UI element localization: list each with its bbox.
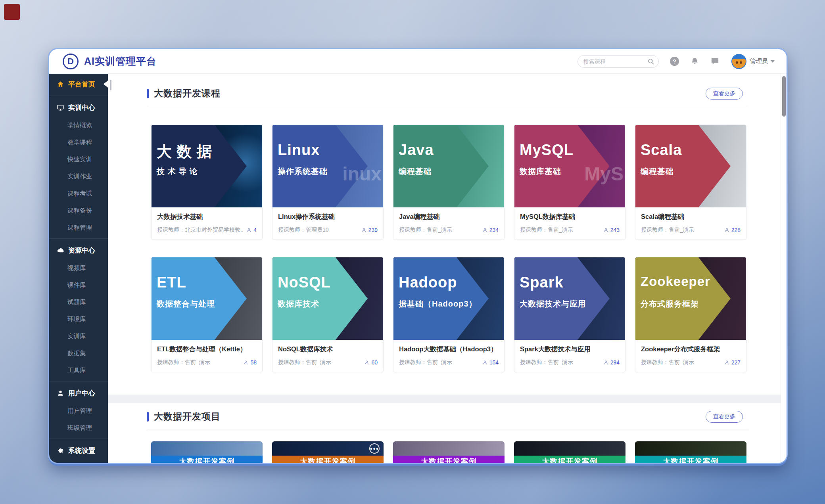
course-title: NoSQL数据库技术 [278,345,378,354]
course-card[interactable]: 大 数 据 技 术 导 论 大数据技术基础 授课教师：北京市对外贸易学校教... [151,125,263,240]
sidebar-group-training-center[interactable]: 实训中心 [49,98,108,117]
help-icon[interactable]: ? [670,57,679,66]
person-icon [364,360,370,366]
sidebar-item[interactable]: 课程考试 [49,185,108,202]
sidebar-group-user-center[interactable]: 用户中心 [49,383,108,402]
course-card[interactable]: Spark 大数据技术与应用 Spark大数据技术与应用 授课教师：售前_演示 [514,257,625,372]
course-overlay-title: ETL [157,274,186,291]
avatar[interactable] [731,54,746,69]
gear-icon [57,447,64,454]
sidebar-item-label: 平台首页 [68,80,95,89]
course-student-count: 239 [361,227,378,233]
user-name[interactable]: 管理员 [750,57,768,65]
project-card[interactable]: ●●● 大数据开发案例 [272,441,384,463]
sidebar-item[interactable]: 实训库 [49,328,108,345]
sidebar-group-label: 实训中心 [68,103,95,112]
student-count: 228 [731,227,741,233]
sidebar-item-home[interactable]: 平台首页 [49,75,108,94]
course-card[interactable]: Java 编程基础 Java编程基础 授课教师：售前_演示 [393,125,505,240]
monitor-icon [57,104,64,111]
sidebar-scrollbar-thumb[interactable] [110,80,111,90]
course-grid: 大 数 据 技 术 导 论 大数据技术基础 授课教师：北京市对外贸易学校教... [151,125,787,372]
student-count: 234 [489,227,499,233]
person-icon [724,227,730,233]
search-input[interactable] [578,55,659,68]
student-count: 227 [731,359,741,366]
sidebar-item[interactable]: 快速实训 [49,151,108,168]
project-card-image: 大数据开发案例 [514,441,625,463]
course-overlay-subtitle: 技 术 导 论 [157,166,198,177]
scrollbar-thumb[interactable] [782,76,786,117]
course-card-image: NoSQL 数据库技术 [272,257,383,340]
course-card[interactable]: Zookeeper 分布式服务框架 Zookeeper分布式服务框架 授课教师：… [635,257,746,372]
course-card-image: Spark 大数据技术与应用 [514,257,625,340]
view-more-button[interactable]: 查看更多 [706,411,743,423]
project-card-image: 大数据开发案例 [635,441,746,463]
chevron-down-icon[interactable] [771,60,775,63]
sidebar-item[interactable]: 环境库 [49,311,108,328]
sidebar-item[interactable]: 课件库 [49,277,108,294]
messages-chat-icon[interactable] [710,57,719,66]
sidebar-item[interactable]: 数据集 [49,345,108,362]
course-overlay-title: MySQL [520,142,574,159]
course-teacher: 授课教师：售前_演示 [520,226,600,234]
project-card-banner: 大数据开发案例 [514,456,625,463]
sidebar-item[interactable]: 教学课程 [49,134,108,151]
sidebar-item[interactable]: 课程备份 [49,202,108,219]
person-icon [603,227,609,233]
view-more-button[interactable]: 查看更多 [706,88,743,100]
search-icon[interactable] [647,58,654,65]
section-divider [147,106,748,106]
course-teacher: 授课教师：售前_演示 [278,359,361,366]
course-card-image: Scala 编程基础 [635,125,746,207]
sidebar-item[interactable]: 学情概览 [49,117,108,134]
course-card[interactable]: NoSQL 数据库技术 NoSQL数据库技术 授课教师：售前_演示 [272,257,384,372]
more-dots-icon[interactable]: ●●● [369,443,380,454]
scrollbar[interactable] [781,74,787,463]
person-icon [482,227,488,233]
sidebar-item[interactable]: 试题库 [49,294,108,311]
course-teacher: 授课教师：管理员10 [278,226,358,234]
course-teacher: 授课教师：售前_演示 [641,226,721,234]
project-card-banner: 大数据开发案例 [272,456,384,463]
course-card[interactable]: Scala 编程基础 Scala编程基础 授课教师：售前_演示 [635,125,746,240]
person-icon [361,227,367,233]
project-card[interactable]: 大数据开发案例 [635,441,746,463]
course-student-count: 243 [603,227,620,233]
active-item-marker [104,80,108,88]
course-overlay-title: Spark [520,274,564,291]
course-overlay-subtitle: 数据库基础 [520,166,561,177]
sidebar-item[interactable]: 视频库 [49,260,108,277]
sidebar: 平台首页 实训中心 学情概览 教学课程 快速实训 实训作业 课程考试 课程备份 … [49,74,108,463]
course-card[interactable]: ETL 数据整合与处理 ETL数据整合与处理（Kettle） 授课教师：售前_演… [151,257,263,372]
home-icon [57,80,64,88]
project-card[interactable]: 大数据开发案例 [514,441,625,463]
person-icon [243,360,249,366]
course-overlay-subtitle: 编程基础 [399,166,432,177]
sidebar-divider [49,381,108,381]
course-card[interactable]: Linux 操作系统基础 inux Linux操作系统基础 授课教师：管理员10 [272,125,384,240]
notifications-bell-icon[interactable] [690,57,699,66]
course-title: Zookeeper分布式服务框架 [641,345,741,354]
course-student-count: 228 [724,227,741,233]
course-card-image: Linux 操作系统基础 inux [272,125,383,207]
course-card[interactable]: MySQL 数据库基础 MyS MySQL数据库基础 授课教师：售前_演示 [514,125,625,240]
course-teacher: 授课教师：售前_演示 [157,359,240,366]
course-student-count: 60 [364,359,378,366]
sidebar-item[interactable]: 课程管理 [49,219,108,236]
sidebar-group-resource-center[interactable]: 资源中心 [49,241,108,260]
sidebar-item[interactable]: 工具库 [49,362,108,379]
sidebar-item[interactable]: 班级管理 [49,420,108,437]
course-card[interactable]: Hadoop 据基础（Hadoop3） Hadoop大数据基础（Hadoop3）… [393,257,505,372]
sidebar-group-system-settings[interactable]: 系统设置 [49,441,108,460]
course-overlay-subtitle: 数据整合与处理 [157,299,215,309]
app-window: D AI实训管理平台 ? [48,48,788,464]
sidebar-item[interactable]: 用户管理 [49,402,108,420]
section-title: 大数据开发课程 [154,87,221,100]
sidebar-item[interactable]: 实训作业 [49,168,108,185]
course-student-count: 154 [482,359,499,366]
section-divider [147,429,748,429]
course-teacher: 授课教师：售前_演示 [399,226,479,234]
project-card[interactable]: 大数据开发案例 [151,441,263,463]
project-card[interactable]: 大数据开发案例 [393,441,505,463]
